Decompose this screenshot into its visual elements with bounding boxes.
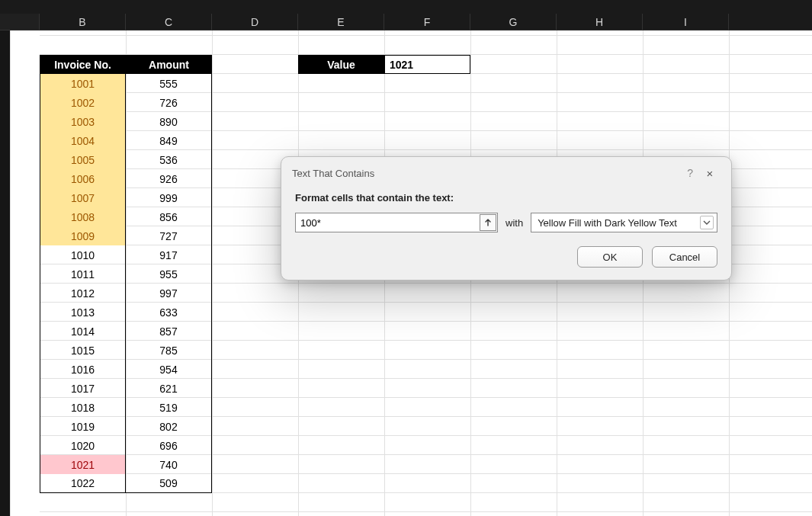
- amount-cell[interactable]: 849: [126, 131, 212, 150]
- amount-cell[interactable]: 955: [126, 264, 212, 284]
- amount-cell[interactable]: 856: [126, 207, 212, 226]
- invoice-cell[interactable]: 1009: [40, 226, 126, 245]
- amount-cell[interactable]: 917: [126, 245, 212, 264]
- column-header-row: BCDEFGHI: [0, 14, 812, 30]
- amount-cell[interactable]: 633: [126, 303, 212, 322]
- invoice-cell[interactable]: 1001: [40, 74, 126, 93]
- app-root: BCDEFGHI Invoice No.Amount10015551002726…: [0, 0, 812, 516]
- formula-bar-strip: [0, 0, 812, 14]
- column-header-H[interactable]: H: [557, 14, 643, 30]
- column-header-D[interactable]: D: [212, 14, 298, 30]
- column-header-F[interactable]: F: [384, 14, 470, 30]
- invoice-cell[interactable]: 1011: [40, 264, 126, 284]
- amount-cell[interactable]: 785: [126, 341, 212, 360]
- header-invoice[interactable]: Invoice No.: [40, 55, 126, 74]
- invoice-cell[interactable]: 1013: [40, 303, 126, 322]
- amount-cell[interactable]: 997: [126, 284, 212, 303]
- amount-cell[interactable]: 890: [126, 112, 212, 131]
- dialog-title: Text That Contains: [292, 168, 374, 179]
- select-all-corner[interactable]: [0, 14, 40, 30]
- contains-text-input[interactable]: [295, 213, 498, 232]
- invoice-cell[interactable]: 1003: [40, 112, 126, 131]
- amount-cell[interactable]: 954: [126, 360, 212, 379]
- amount-cell[interactable]: 621: [126, 379, 212, 398]
- invoice-cell[interactable]: 1004: [40, 131, 126, 150]
- invoice-cell[interactable]: 1007: [40, 188, 126, 207]
- value-cell[interactable]: 1021: [384, 55, 470, 74]
- range-selector-icon[interactable]: [480, 214, 496, 231]
- column-header-C[interactable]: C: [126, 14, 212, 30]
- invoice-cell[interactable]: 1002: [40, 93, 126, 112]
- invoice-cell[interactable]: 1017: [40, 379, 126, 398]
- ok-button[interactable]: OK: [577, 246, 643, 268]
- amount-cell[interactable]: 999: [126, 188, 212, 207]
- amount-cell[interactable]: 509: [126, 474, 212, 493]
- invoice-cell[interactable]: 1010: [40, 245, 126, 264]
- text-that-contains-dialog: Text That Contains ? × Format cells that…: [281, 156, 732, 280]
- amount-cell[interactable]: 857: [126, 322, 212, 341]
- with-label: with: [505, 217, 523, 229]
- amount-cell[interactable]: 726: [126, 93, 212, 112]
- amount-cell[interactable]: 536: [126, 150, 212, 169]
- amount-cell[interactable]: 519: [126, 398, 212, 417]
- close-icon[interactable]: ×: [699, 165, 721, 181]
- invoice-cell[interactable]: 1015: [40, 341, 126, 360]
- cancel-button[interactable]: Cancel: [652, 246, 717, 268]
- invoice-cell[interactable]: 1005: [40, 150, 126, 169]
- amount-cell[interactable]: 555: [126, 74, 212, 93]
- invoice-cell[interactable]: 1018: [40, 398, 126, 417]
- invoice-cell[interactable]: 1019: [40, 417, 126, 436]
- invoice-cell[interactable]: 1012: [40, 284, 126, 303]
- value-label[interactable]: Value: [298, 55, 384, 74]
- column-header-G[interactable]: G: [470, 14, 557, 30]
- format-style-select[interactable]: Yellow Fill with Dark Yellow Text: [531, 213, 717, 232]
- invoice-cell[interactable]: 1022: [40, 474, 126, 493]
- column-header-E[interactable]: E: [298, 14, 384, 30]
- invoice-cell[interactable]: 1006: [40, 169, 126, 188]
- header-amount[interactable]: Amount: [126, 55, 212, 74]
- invoice-cell[interactable]: 1016: [40, 360, 126, 379]
- invoice-cell[interactable]: 1021: [40, 455, 126, 474]
- amount-cell[interactable]: 926: [126, 169, 212, 188]
- amount-cell[interactable]: 802: [126, 417, 212, 436]
- amount-cell[interactable]: 727: [126, 226, 212, 245]
- invoice-cell[interactable]: 1014: [40, 322, 126, 341]
- amount-cell[interactable]: 696: [126, 436, 212, 455]
- amount-cell[interactable]: 740: [126, 455, 212, 474]
- dialog-prompt: Format cells that contain the text:: [295, 192, 717, 204]
- chevron-down-icon: [700, 216, 714, 229]
- format-style-value: Yellow Fill with Dark Yellow Text: [538, 217, 677, 229]
- help-icon[interactable]: ?: [681, 167, 699, 179]
- column-header-B[interactable]: B: [40, 14, 126, 30]
- column-header-I[interactable]: I: [643, 14, 729, 30]
- invoice-cell[interactable]: 1008: [40, 207, 126, 226]
- invoice-cell[interactable]: 1020: [40, 436, 126, 455]
